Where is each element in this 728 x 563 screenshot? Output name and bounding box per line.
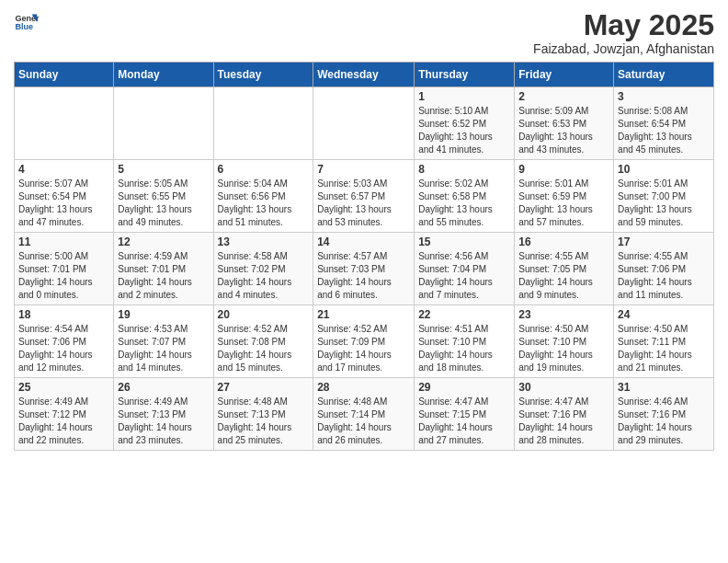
calendar-cell [213,87,313,160]
cell-details: Sunrise: 5:02 AM Sunset: 6:58 PM Dayligh… [418,178,510,229]
day-number: 20 [218,308,310,321]
calendar-cell: 7Sunrise: 5:03 AM Sunset: 6:57 PM Daylig… [313,160,415,233]
calendar-cell: 31Sunrise: 4:46 AM Sunset: 7:16 PM Dayli… [614,378,714,451]
day-number: 23 [518,308,609,321]
calendar-cell: 6Sunrise: 5:04 AM Sunset: 6:56 PM Daylig… [213,160,313,233]
day-number: 5 [118,163,209,176]
day-number: 9 [518,163,609,176]
weekday-header-sunday: Sunday [15,63,114,87]
day-number: 7 [317,163,410,176]
day-number: 10 [618,163,710,176]
day-number: 19 [118,308,209,321]
day-number: 29 [418,381,510,394]
weekday-header-wednesday: Wednesday [313,63,415,87]
cell-details: Sunrise: 5:00 AM Sunset: 7:01 PM Dayligh… [18,250,109,302]
day-number: 17 [618,236,710,248]
month-title: May 2025 [533,9,714,41]
weekday-header-saturday: Saturday [614,63,714,87]
weekday-header-tuesday: Tuesday [213,63,313,87]
logo: General Blue [14,9,40,35]
calendar-cell [15,87,114,160]
calendar-cell: 15Sunrise: 4:56 AM Sunset: 7:04 PM Dayli… [415,233,515,305]
cell-details: Sunrise: 4:47 AM Sunset: 7:15 PM Dayligh… [418,396,510,447]
page-header: General Blue May 2025 Faizabad, Jowzjan,… [14,9,714,56]
day-number: 2 [518,90,609,103]
calendar-cell: 3Sunrise: 5:08 AM Sunset: 6:54 PM Daylig… [614,87,714,160]
calendar-cell: 12Sunrise: 4:59 AM Sunset: 7:01 PM Dayli… [114,233,213,305]
calendar-cell: 2Sunrise: 5:09 AM Sunset: 6:53 PM Daylig… [515,87,614,160]
day-number: 4 [18,163,109,176]
cell-details: Sunrise: 4:53 AM Sunset: 7:07 PM Dayligh… [118,323,209,374]
day-number: 21 [317,308,410,321]
cell-details: Sunrise: 4:54 AM Sunset: 7:06 PM Dayligh… [18,323,109,374]
svg-text:Blue: Blue [15,22,33,31]
calendar-week-2: 4Sunrise: 5:07 AM Sunset: 6:54 PM Daylig… [15,160,714,233]
calendar-cell: 23Sunrise: 4:50 AM Sunset: 7:10 PM Dayli… [515,305,614,378]
calendar-cell: 29Sunrise: 4:47 AM Sunset: 7:15 PM Dayli… [415,378,515,451]
calendar-cell: 5Sunrise: 5:05 AM Sunset: 6:55 PM Daylig… [114,160,213,233]
calendar-cell: 11Sunrise: 5:00 AM Sunset: 7:01 PM Dayli… [15,233,114,305]
cell-details: Sunrise: 4:49 AM Sunset: 7:13 PM Dayligh… [118,396,209,447]
calendar-body: 1Sunrise: 5:10 AM Sunset: 6:52 PM Daylig… [15,87,714,451]
cell-details: Sunrise: 4:58 AM Sunset: 7:02 PM Dayligh… [218,250,310,302]
calendar-cell: 4Sunrise: 5:07 AM Sunset: 6:54 PM Daylig… [15,160,114,233]
day-number: 8 [418,163,510,176]
calendar-cell: 26Sunrise: 4:49 AM Sunset: 7:13 PM Dayli… [114,378,213,451]
cell-details: Sunrise: 4:51 AM Sunset: 7:10 PM Dayligh… [418,323,510,374]
cell-details: Sunrise: 4:48 AM Sunset: 7:13 PM Dayligh… [218,396,310,447]
calendar-cell: 28Sunrise: 4:48 AM Sunset: 7:14 PM Dayli… [313,378,415,451]
calendar-cell: 30Sunrise: 4:47 AM Sunset: 7:16 PM Dayli… [515,378,614,451]
cell-details: Sunrise: 4:59 AM Sunset: 7:01 PM Dayligh… [118,250,209,302]
day-number: 3 [618,90,710,103]
cell-details: Sunrise: 4:52 AM Sunset: 7:08 PM Dayligh… [218,323,310,374]
calendar-cell: 27Sunrise: 4:48 AM Sunset: 7:13 PM Dayli… [213,378,313,451]
weekday-header-thursday: Thursday [415,63,515,87]
day-number: 24 [618,308,710,321]
day-number: 28 [317,381,410,394]
day-number: 13 [218,236,310,248]
cell-details: Sunrise: 5:08 AM Sunset: 6:54 PM Dayligh… [618,105,710,156]
calendar-cell: 20Sunrise: 4:52 AM Sunset: 7:08 PM Dayli… [213,305,313,378]
logo-icon: General Blue [14,9,40,35]
day-number: 27 [218,381,310,394]
calendar-cell: 24Sunrise: 4:50 AM Sunset: 7:11 PM Dayli… [614,305,714,378]
day-number: 26 [118,381,209,394]
location-subtitle: Faizabad, Jowzjan, Afghanistan [533,41,714,56]
calendar-header-row: SundayMondayTuesdayWednesdayThursdayFrid… [15,63,714,87]
cell-details: Sunrise: 4:50 AM Sunset: 7:11 PM Dayligh… [618,323,710,374]
day-number: 30 [518,381,609,394]
cell-details: Sunrise: 5:05 AM Sunset: 6:55 PM Dayligh… [118,178,209,229]
calendar-cell: 1Sunrise: 5:10 AM Sunset: 6:52 PM Daylig… [415,87,515,160]
day-number: 16 [518,236,609,248]
cell-details: Sunrise: 4:49 AM Sunset: 7:12 PM Dayligh… [18,396,109,447]
cell-details: Sunrise: 5:04 AM Sunset: 6:56 PM Dayligh… [218,178,310,229]
cell-details: Sunrise: 4:55 AM Sunset: 7:06 PM Dayligh… [618,250,710,302]
day-number: 25 [18,381,109,394]
day-number: 15 [418,236,510,248]
cell-details: Sunrise: 5:01 AM Sunset: 6:59 PM Dayligh… [518,178,609,229]
cell-details: Sunrise: 5:07 AM Sunset: 6:54 PM Dayligh… [18,178,109,229]
calendar-cell: 16Sunrise: 4:55 AM Sunset: 7:05 PM Dayli… [515,233,614,305]
day-number: 11 [18,236,109,248]
title-area: May 2025 Faizabad, Jowzjan, Afghanistan [533,9,714,56]
calendar-week-4: 18Sunrise: 4:54 AM Sunset: 7:06 PM Dayli… [15,305,714,378]
day-number: 12 [118,236,209,248]
cell-details: Sunrise: 4:47 AM Sunset: 7:16 PM Dayligh… [518,396,609,447]
day-number: 6 [218,163,310,176]
calendar-cell [114,87,213,160]
weekday-header-monday: Monday [114,63,213,87]
calendar-cell: 8Sunrise: 5:02 AM Sunset: 6:58 PM Daylig… [415,160,515,233]
calendar-cell: 18Sunrise: 4:54 AM Sunset: 7:06 PM Dayli… [15,305,114,378]
day-number: 18 [18,308,109,321]
cell-details: Sunrise: 5:01 AM Sunset: 7:00 PM Dayligh… [618,178,710,229]
calendar-cell: 17Sunrise: 4:55 AM Sunset: 7:06 PM Dayli… [614,233,714,305]
cell-details: Sunrise: 4:56 AM Sunset: 7:04 PM Dayligh… [418,250,510,302]
calendar-cell: 9Sunrise: 5:01 AM Sunset: 6:59 PM Daylig… [515,160,614,233]
day-number: 14 [317,236,410,248]
weekday-header-friday: Friday [515,63,614,87]
calendar-cell: 21Sunrise: 4:52 AM Sunset: 7:09 PM Dayli… [313,305,415,378]
day-number: 31 [618,381,710,394]
cell-details: Sunrise: 4:55 AM Sunset: 7:05 PM Dayligh… [518,250,609,302]
cell-details: Sunrise: 4:50 AM Sunset: 7:10 PM Dayligh… [518,323,609,374]
calendar-week-5: 25Sunrise: 4:49 AM Sunset: 7:12 PM Dayli… [15,378,714,451]
